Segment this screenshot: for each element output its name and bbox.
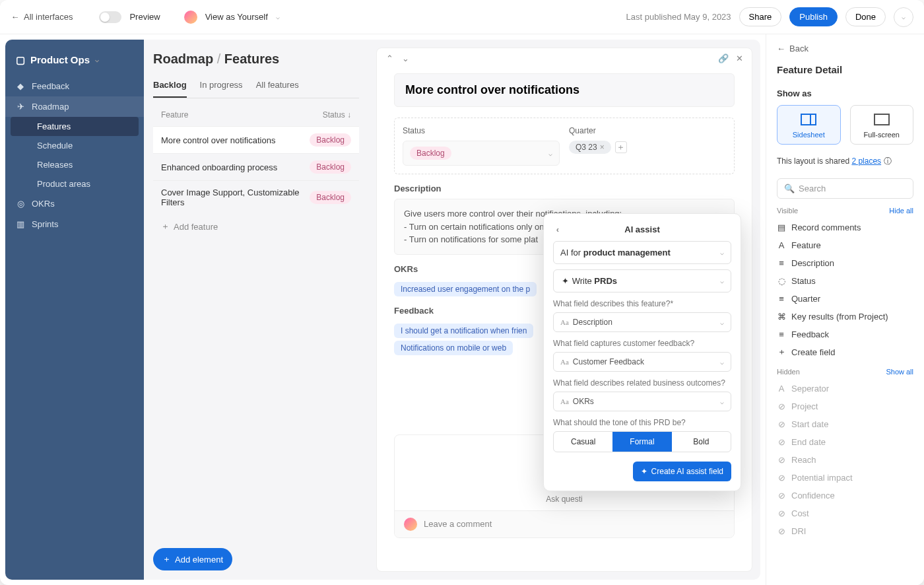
shared-note: This layout is shared 2 places ⓘ <box>777 156 913 166</box>
publish-button[interactable]: Publish <box>789 7 838 26</box>
feedback-chip[interactable]: I should get a notification when frien <box>394 324 533 338</box>
sidebar-subitem-product-areas[interactable]: Product areas <box>11 174 139 193</box>
longtext-icon: ≡ <box>777 294 786 303</box>
eye-off-icon: ⊘ <box>777 526 786 535</box>
more-menu-button[interactable]: ⌵ <box>894 7 913 27</box>
tone-selector: Casual Formal Bold <box>553 431 731 452</box>
workspace-switcher[interactable]: ▢ Product Ops ⌵ <box>5 50 144 76</box>
config-back-button[interactable]: ← Back <box>777 44 913 53</box>
tone-casual[interactable]: Casual <box>554 432 612 452</box>
create-field-button[interactable]: ＋Create field <box>777 343 913 361</box>
fullscreen-icon <box>874 114 890 125</box>
feature-cell: Cover Image Support, Customizable Filter… <box>161 188 310 207</box>
eye-off-icon: ⊘ <box>777 473 786 482</box>
sidebar-item-roadmap[interactable]: ✈ Roadmap <box>5 96 144 117</box>
status-value: Backlog <box>410 147 451 160</box>
ai-action-select[interactable]: ✦ Write PRDs ⌵ <box>553 269 731 292</box>
add-feature-button[interactable]: ＋ Add feature <box>153 214 359 239</box>
feedback-chip[interactable]: Notifications on mobile or web <box>394 341 513 355</box>
field-end-date[interactable]: ⊘End date <box>777 433 913 451</box>
eye-off-icon: ⊘ <box>777 401 786 411</box>
tab-backlog[interactable]: Backlog <box>153 76 187 98</box>
field-confidence[interactable]: ⊘Confidence <box>777 487 913 504</box>
field-feature[interactable]: AFeature <box>777 236 913 254</box>
eye-off-icon: ⊘ <box>777 491 786 500</box>
field-seperator[interactable]: ASeperator <box>777 380 913 397</box>
create-ai-field-button[interactable]: ✦Create AI assist field <box>633 462 731 481</box>
remove-icon[interactable]: × <box>600 143 605 152</box>
view-as-label[interactable]: View as Yourself <box>205 12 268 22</box>
show-all-button[interactable]: Show all <box>886 368 913 376</box>
sort-down-icon: ↓ <box>347 110 351 120</box>
col-status[interactable]: Status ↓ <box>323 110 351 120</box>
field-status[interactable]: ◌Status <box>777 272 913 290</box>
field-dri[interactable]: ⊘DRI <box>777 522 913 540</box>
close-icon[interactable]: ✕ <box>735 53 744 63</box>
link-icon[interactable]: 🔗 <box>719 53 728 63</box>
field-project[interactable]: ⊘Project <box>777 397 913 415</box>
field-description[interactable]: ≡Description <box>777 254 913 272</box>
field-reach[interactable]: ⊘Reach <box>777 451 913 469</box>
breadcrumb-parent[interactable]: Roadmap <box>153 52 213 66</box>
ai-q2: What field captures customer feedback? <box>553 339 731 348</box>
chevron-down-icon: ⌵ <box>95 56 99 63</box>
sidebar-item-okrs[interactable]: ◎ OKRs <box>5 193 144 214</box>
table-row[interactable]: Enhanced onboarding process Backlog <box>153 153 359 180</box>
ai-context-select[interactable]: AI for product management ⌵ <box>553 241 731 264</box>
done-button[interactable]: Done <box>845 7 886 26</box>
longtext-icon: ≡ <box>777 329 786 339</box>
view-tabs: Backlog In progress All features <box>153 76 359 98</box>
add-element-button[interactable]: ＋ Add element <box>153 548 232 570</box>
ai-q4: What should the tone of this PRD be? <box>553 418 731 427</box>
tab-in-progress[interactable]: In progress <box>200 76 243 98</box>
info-icon[interactable]: ⓘ <box>883 157 892 166</box>
status-select[interactable]: Backlog ⌵ <box>403 141 560 166</box>
back-to-interfaces[interactable]: ← All interfaces <box>11 12 73 22</box>
layout-sidesheet[interactable]: Sidesheet <box>777 105 841 145</box>
eye-off-icon: ⊘ <box>777 437 786 446</box>
quarter-chip[interactable]: Q3 23 × <box>569 141 611 154</box>
okr-chip[interactable]: Increased user engagement on the p <box>394 282 537 296</box>
field-feedback[interactable]: ≡Feedback <box>777 326 913 343</box>
ai-field-okrs[interactable]: AaOKRs⌵ <box>553 392 731 411</box>
tab-all-features[interactable]: All features <box>256 76 299 98</box>
record-title-input[interactable] <box>394 73 735 107</box>
field-search-input[interactable]: 🔍 Search <box>777 178 913 199</box>
table-row[interactable]: More control over notifications Backlog <box>153 126 359 153</box>
sidebar-subitem-releases[interactable]: Releases <box>11 155 139 174</box>
sidesheet-icon <box>801 114 816 125</box>
link-icon: ⌘ <box>777 312 786 321</box>
chevron-up-icon[interactable]: ⌃ <box>385 53 394 63</box>
tone-bold[interactable]: Bold <box>672 432 731 452</box>
sidebar-subitem-features[interactable]: Features <box>11 117 139 136</box>
sidebar-item-sprints[interactable]: ▥ Sprints <box>5 214 144 234</box>
shared-places-link[interactable]: 2 places <box>851 156 881 166</box>
field-start-date[interactable]: ⊘Start date <box>777 415 913 433</box>
tone-formal[interactable]: Formal <box>612 432 671 452</box>
sidebar-item-feedback[interactable]: ◆ Feedback <box>5 76 144 96</box>
text-icon: Aa <box>560 318 569 326</box>
preview-toggle[interactable] <box>99 11 121 23</box>
field-record-comments[interactable]: ▤Record comments <box>777 219 913 236</box>
field-cost[interactable]: ⊘Cost <box>777 504 913 522</box>
field-quarter[interactable]: ≡Quarter <box>777 290 913 308</box>
record-detail-panel: ⌃ ⌄ 🔗 ✕ Status Backlog ⌵ <box>376 48 752 572</box>
chevron-down-icon[interactable]: ⌄ <box>401 53 410 63</box>
sidebar-subitem-schedule[interactable]: Schedule <box>11 136 139 155</box>
hide-all-button[interactable]: Hide all <box>889 207 913 215</box>
ai-field-description[interactable]: AaDescription⌵ <box>553 312 731 332</box>
field-key-results[interactable]: ⌘Key results (from Project) <box>777 308 913 326</box>
col-feature[interactable]: Feature <box>161 110 323 120</box>
ai-back-button[interactable]: ‹ <box>553 225 562 234</box>
table-row[interactable]: Cover Image Support, Customizable Filter… <box>153 180 359 214</box>
layout-fullscreen[interactable]: Full-screen <box>850 105 914 145</box>
select-icon: ◌ <box>777 276 786 285</box>
comment-input[interactable]: Leave a comment <box>424 519 725 529</box>
share-button[interactable]: Share <box>739 7 782 26</box>
plus-icon[interactable]: ＋ <box>615 141 627 153</box>
ai-field-feedback[interactable]: AaCustomer Feedback⌵ <box>553 352 731 372</box>
description-label: Description <box>394 184 735 193</box>
ai-assist-title: AI assist <box>624 224 659 234</box>
field-potential-impact[interactable]: ⊘Potential impact <box>777 469 913 487</box>
table-header: Feature Status ↓ <box>153 104 359 126</box>
